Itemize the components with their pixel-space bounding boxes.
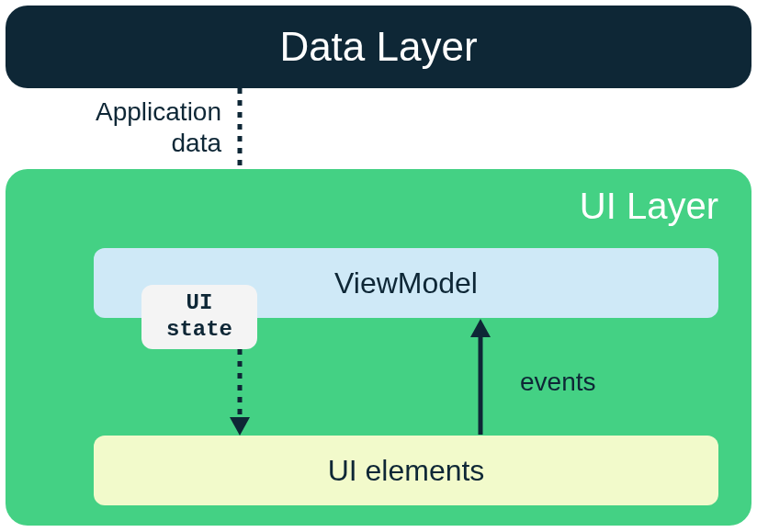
ui-layer-box: UI Layer ViewModel UI state events UI el…	[6, 169, 751, 526]
ui-state-badge: UI state	[141, 285, 257, 349]
arrow-up-icon	[467, 317, 494, 436]
application-data-label: Application data	[79, 96, 221, 158]
events-label: events	[520, 368, 596, 397]
arrow-down-icon	[226, 349, 254, 437]
data-layer-title: Data Layer	[279, 24, 477, 70]
svg-marker-3	[230, 417, 250, 436]
data-layer-box: Data Layer	[6, 6, 751, 88]
ui-layer-title: UI Layer	[580, 186, 718, 227]
svg-marker-5	[470, 319, 491, 337]
ui-state-label: UI state	[166, 290, 232, 344]
viewmodel-label: ViewModel	[334, 266, 478, 300]
ui-elements-box: UI elements	[94, 436, 718, 505]
ui-elements-label: UI elements	[328, 454, 485, 488]
